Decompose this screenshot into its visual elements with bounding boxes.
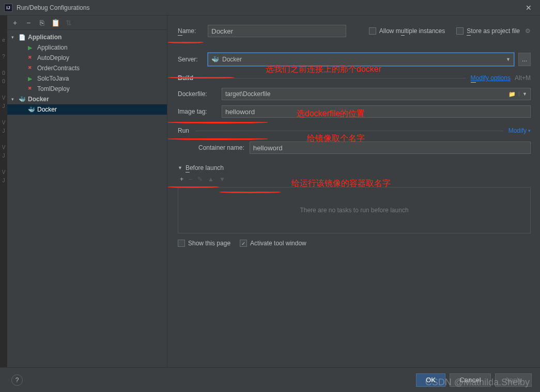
build-section-title: Build [178,74,193,82]
chevron-down-icon: ▾ [528,128,531,133]
dialog-footer: ? OK Cancel Apply [0,367,540,392]
checkbox-checked-icon: ✓ [240,240,247,247]
name-input[interactable] [208,25,346,37]
divider [195,131,503,131]
play-icon: ▶ [28,44,37,51]
checkbox-icon [178,240,185,247]
container-name-input[interactable] [250,142,531,154]
tree-item-autodeploy[interactable]: ✖AutoDeploy [7,53,167,63]
allow-multi-checkbox[interactable]: Allow multiple instances [369,27,445,35]
chevron-down-icon: ▼ [506,57,511,62]
server-value: Docker [222,56,242,63]
server-label: Server: [178,56,204,63]
config-tree: ▾ 📄 Application ▶Application ✖AutoDeploy… [7,30,167,374]
dockerfile-value: target\Dockerfile [225,90,270,98]
tree-item-application[interactable]: ▶Application [7,42,167,53]
container-label: Container name: [198,144,244,151]
tree-label: AutoDeploy [37,54,69,61]
tree-label: SolcToJava [37,75,69,82]
modify-run-link[interactable]: Modify [508,127,527,134]
tree-label: Application [37,44,68,51]
dockerfile-input[interactable]: target\Dockerfile 📁 ▼ [222,88,531,100]
activate-tool-checkbox[interactable]: ✓ Activate tool window [240,240,306,247]
move-up-button[interactable]: ▲ [208,176,214,183]
empty-message: There are no tasks to run before launch [300,207,408,214]
imagetag-input[interactable] [222,105,531,118]
sort-config-button[interactable]: ⇅ [64,19,73,27]
server-dropdown[interactable]: 🐳 Docker ▼ [208,53,514,66]
error-icon: ✖ [28,65,37,70]
docker-icon: 🐳 [211,56,219,63]
sidebar: + − ⎘ 📋 ⇅ ▾ 📄 Application ▶Application ✖… [7,15,167,392]
gear-icon[interactable]: ⚙ [525,27,531,35]
help-button[interactable]: ? [11,374,23,386]
divider [199,78,466,79]
remove-task-button[interactable]: − [189,176,192,183]
checkbox-icon [456,27,464,35]
add-config-button[interactable]: + [10,19,20,27]
docker-icon: 🐳 [28,106,37,113]
chevron-down-icon: ▾ [11,97,19,102]
left-gutter: e?00VJVJVJVJ [0,15,7,392]
before-launch-toggle[interactable]: ▼ Before launch [178,164,531,171]
docker-icon: 🐳 [19,96,28,103]
copy-config-button[interactable]: ⎘ [37,19,47,27]
tree-group-docker[interactable]: ▾ 🐳 Docker [7,94,167,104]
cancel-button[interactable]: Cancel [450,373,491,387]
name-label: Name: [178,27,204,35]
error-icon: ✖ [28,86,37,91]
folder-icon: 📄 [19,34,28,41]
tree-item-ordercontracts[interactable]: ✖OrderContracts [7,63,167,73]
chevron-down-icon[interactable]: ▼ [519,91,527,97]
window-title: Run/Debug Configurations [17,4,521,11]
add-task-button[interactable]: + [180,176,183,183]
before-launch-list: There are no tasks to run before launch [178,187,531,233]
chevron-down-icon: ▼ [178,165,182,170]
tree-item-tomldeploy[interactable]: ✖TomlDeploy [7,84,167,94]
tree-item-docker[interactable]: 🐳Docker [7,104,167,115]
before-launch-label: Before launch [186,164,224,171]
play-icon: ▶ [28,75,37,82]
tree-label: Docker [37,106,57,113]
main-panel: Name: Allow multiple instances Store as … [167,15,540,392]
checkbox-label: Allow multiple instances [379,27,445,35]
server-browse-button[interactable]: ... [518,53,531,66]
edit-task-button[interactable]: ✎ [197,176,203,183]
run-section-title: Run [178,127,189,134]
store-project-checkbox[interactable]: Store as project file ⚙ [456,27,531,35]
checkbox-label: Store as project file [467,27,520,35]
tree-item-solctojava[interactable]: ▶SolcToJava [7,73,167,84]
show-page-checkbox[interactable]: Show this page [178,240,230,247]
tree-label: OrderContracts [37,65,80,72]
tree-label: TomlDeploy [37,85,70,92]
ok-button[interactable]: OK [416,373,445,387]
tree-label: Application [28,34,61,41]
title-bar: IJ Run/Debug Configurations ✕ [0,0,540,15]
close-icon[interactable]: ✕ [521,2,536,14]
modify-options-link[interactable]: Modify options [471,74,511,82]
app-icon: IJ [4,4,12,12]
checkbox-icon [369,27,376,35]
sidebar-toolbar: + − ⎘ 📋 ⇅ [7,15,167,30]
error-icon: ✖ [28,55,37,60]
chevron-down-icon: ▾ [11,35,19,40]
shortcut-hint: Alt+M [515,74,531,82]
move-down-button[interactable]: ▼ [219,176,225,183]
tree-group-application[interactable]: ▾ 📄 Application [7,32,167,42]
apply-button[interactable]: Apply [495,373,532,387]
tree-label: Docker [28,96,49,103]
dockerfile-label: Dockerfile: [178,90,217,98]
folder-icon[interactable]: 📁 [508,91,516,98]
checkbox-label: Activate tool window [250,240,306,247]
checkbox-label: Show this page [188,240,230,247]
remove-config-button[interactable]: − [24,19,33,27]
save-config-button[interactable]: 📋 [51,19,60,27]
imagetag-label: Image tag: [178,108,217,115]
